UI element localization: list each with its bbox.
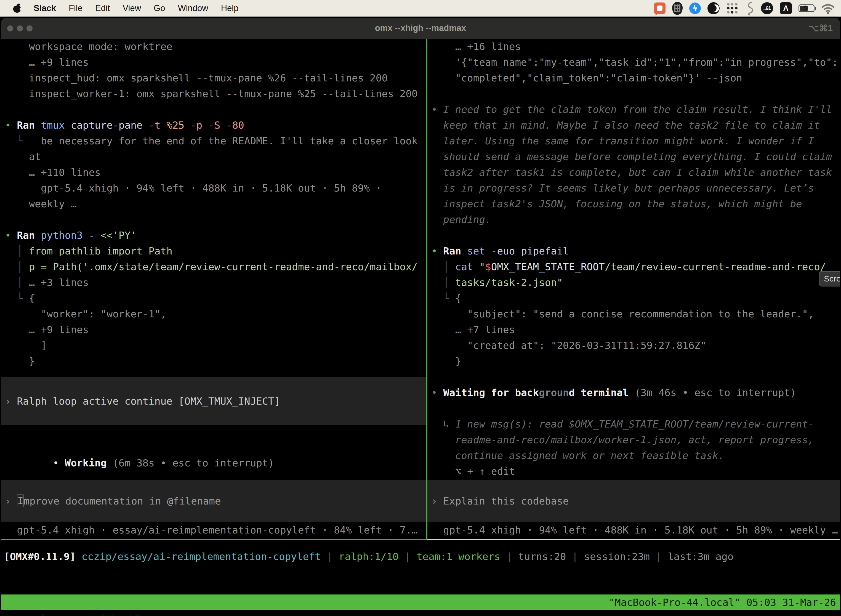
- tmux-pane-left[interactable]: workspace_mode: worktree … +9 lines insp…: [1, 39, 426, 540]
- terminal-line: ↳ 1 new msg(s): read $OMX_TEAM_STATE_ROO…: [431, 416, 840, 432]
- terminal-line: "worker": "worker-1",: [5, 306, 426, 322]
- terminal-line: inspect_worker-1: omx sparkshell --tmux-…: [5, 86, 426, 101]
- menu-app-name[interactable]: Slack: [34, 3, 56, 13]
- ralph-status-text: Ralph loop active continue [OMX_TMUX_INJ…: [17, 396, 280, 407]
- dots-grid-icon[interactable]: [726, 2, 738, 14]
- model-status-right: gpt-5.4 xhigh · 94% left · 488K in · 5.1…: [428, 522, 840, 538]
- terminal-line: "completed","claim_token":"claim-token"}…: [431, 70, 840, 86]
- terminal-window: omx --xhigh --madmax ⌥⌘1 workspace_mode:…: [1, 18, 840, 616]
- terminal-line: │ from pathlib import Path: [5, 243, 426, 259]
- prompt-input-text: mprove documentation in @filename: [23, 496, 221, 507]
- prompt-chevron-icon: ›: [431, 496, 443, 507]
- working-detail: (6m 38s • esc to interrupt): [107, 457, 274, 469]
- terminal-line: ]: [5, 337, 426, 353]
- terminal-line: … +9 lines: [5, 322, 426, 337]
- window-title: omx --xhigh --madmax: [1, 18, 840, 39]
- working-label: Working: [65, 457, 107, 469]
- tmux-status-bar: [omx-cczip0:bash* "MacBook-Pro-44.local"…: [1, 594, 840, 610]
- menu-item-window[interactable]: Window: [178, 3, 208, 13]
- text-cursor: I: [17, 494, 23, 507]
- a-key-icon[interactable]: A: [780, 2, 792, 14]
- menu-status-icons: ϟ ..61 A ϟ: [654, 1, 841, 15]
- terminal-line: keep that in mind. Maybe I also need the…: [431, 117, 840, 133]
- inactive-pane-border: [428, 539, 840, 540]
- terminal-line: • Ran python3 - <<'PY': [5, 227, 426, 243]
- menu-bar: Slack File Edit View Go Window Help ϟ ..…: [0, 0, 841, 16]
- terminal-line: • Ran set -euo pipefail: [431, 243, 840, 259]
- terminal-line: … +16 lines: [431, 39, 840, 54]
- terminal-line: │ cat "$OMX_TEAM_STATE_ROOT/team/review-…: [431, 259, 840, 274]
- squiggle-icon[interactable]: [745, 1, 755, 15]
- terminal-line: [431, 86, 840, 101]
- terminal-line: │ p = Path('.omx/state/team/review-curre…: [5, 259, 426, 274]
- terminal-line: └ {: [5, 290, 426, 306]
- terminal-content: workspace_mode: worktree … +9 lines insp…: [1, 39, 840, 616]
- terminal-line: • Ran tmux capture-pane -t %25 -p -S -80: [5, 117, 426, 133]
- chevron-icon: ›: [5, 396, 17, 407]
- terminal-line: └ {: [431, 290, 840, 306]
- prompt-placeholder: Explain this codebase: [443, 496, 568, 507]
- terminal-line: at: [5, 149, 426, 164]
- terminal-line: gpt-5.4 xhigh · 94% left · 488K in · 5.1…: [5, 180, 426, 196]
- terminal-line: is in progress? It seems likely but perh…: [431, 180, 840, 196]
- terminal-line: }: [431, 353, 840, 369]
- terminal-line: … +9 lines: [5, 54, 426, 70]
- tmux-session-label: [omx-cczip0:bash*: [40, 612, 141, 616]
- terminal-line: … +7 lines: [431, 322, 840, 337]
- window-titlebar[interactable]: omx --xhigh --madmax ⌥⌘1: [1, 18, 840, 39]
- window-shortcut-badge: ⌥⌘1: [809, 18, 833, 39]
- menu-item-file[interactable]: File: [69, 3, 82, 13]
- terminal-line: └ be necessary for the end of the README…: [5, 133, 426, 149]
- prompt-chevron-icon: ›: [5, 496, 17, 507]
- ralph-status-band: › Ralph loop active continue [OMX_TMUX_I…: [1, 377, 426, 425]
- terminal-line: "created_at": "2026-03-31T11:59:27.816Z": [431, 337, 840, 353]
- terminal-line: should send a message before completing …: [431, 149, 840, 164]
- menu-item-view[interactable]: View: [123, 3, 141, 13]
- terminal-line: [431, 369, 840, 385]
- terminal-line: • Waiting for background terminal (3m 46…: [431, 385, 840, 400]
- prompt-input-left[interactable]: › Improve documentation in @filename: [1, 480, 426, 522]
- terminal-line: workspace_mode: worktree: [5, 39, 426, 54]
- terminal-line: │ … +3 lines: [5, 274, 426, 290]
- tmux-host-time: "MacBook-Pro-44.local" 05:03 31-Mar-26: [609, 594, 836, 610]
- terminal-line: }: [5, 353, 426, 369]
- terminal-line: task2 after task1 is complete, but can I…: [431, 164, 840, 180]
- working-status: • Working (6m 38s • esc to interrupt): [1, 439, 274, 455]
- terminal-line: readme-and-reco/mailbox/worker-1.json, a…: [431, 432, 840, 448]
- screen-tooltip: Scre: [819, 271, 840, 286]
- terminal-line: [OMX#0.11.9] cczip/essay/ai-reimplementa…: [4, 549, 840, 565]
- terminal-line: later. Using the same for transition mig…: [431, 133, 840, 149]
- terminal-line: "subject": "send a concise recommendatio…: [431, 306, 840, 322]
- terminal-line: • I need to get the claim token from the…: [431, 101, 840, 117]
- prompt-input-right[interactable]: › Explain this codebase: [428, 480, 840, 522]
- menu-left: Slack File Edit View Go Window Help: [0, 3, 238, 13]
- omx-status-line: [OMX#0.11.9] cczip/essay/ai-reimplementa…: [1, 549, 840, 565]
- apple-menu-icon[interactable]: [13, 4, 21, 13]
- terminal-line: [431, 400, 840, 416]
- terminal-line: … +110 lines: [5, 164, 426, 180]
- left-pane-output: workspace_mode: worktree … +9 lines insp…: [1, 39, 426, 369]
- shield-icon[interactable]: [672, 2, 683, 15]
- active-pane-border: [1, 539, 426, 540]
- terminal-line: continue assigned work or next feasible …: [431, 448, 840, 463]
- menu-item-edit[interactable]: Edit: [95, 3, 110, 13]
- terminal-line: │ tasks/task-2.json": [431, 274, 840, 290]
- right-pane-output: … +16 lines '{"team_name":"my-team","tas…: [428, 39, 840, 479]
- terminal-line: [5, 101, 426, 117]
- terminal-line: pending.: [431, 212, 840, 227]
- terminal-line: [431, 227, 840, 243]
- model-status-left: gpt-5.4 xhigh · essay/ai-reimplementatio…: [1, 522, 426, 538]
- terminal-line: inspect_hud: omx sparkshell --tmux-pane …: [5, 70, 426, 86]
- tmux-pane-right[interactable]: … +16 lines '{"team_name":"my-team","tas…: [428, 39, 840, 540]
- menu-item-go[interactable]: Go: [154, 3, 165, 13]
- wifi-icon[interactable]: [821, 3, 835, 14]
- crescent-icon[interactable]: [708, 2, 719, 14]
- badge-61-icon[interactable]: ..61: [761, 2, 773, 14]
- menu-item-help[interactable]: Help: [221, 3, 239, 13]
- battery-icon[interactable]: ϟ: [799, 4, 815, 12]
- chat-app-icon[interactable]: [654, 3, 665, 14]
- terminal-line: weekly …: [5, 196, 426, 212]
- messenger-icon[interactable]: ϟ: [689, 3, 701, 14]
- terminal-line: [5, 212, 426, 227]
- working-bullet: •: [53, 457, 64, 469]
